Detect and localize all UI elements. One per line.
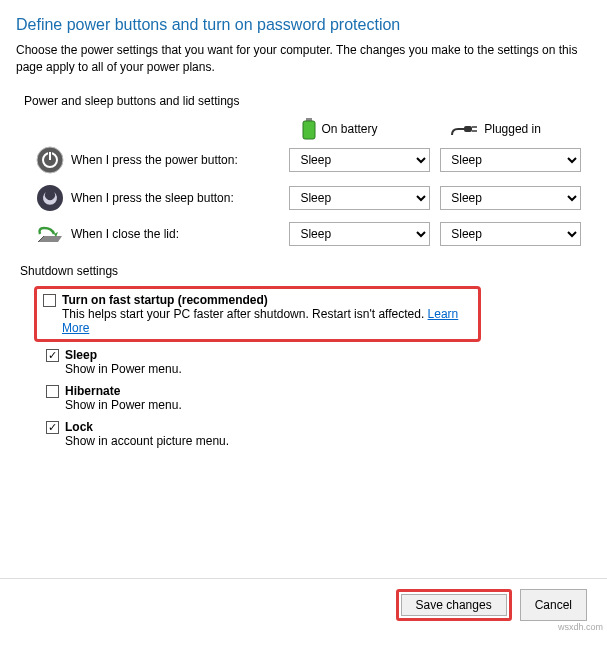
sleep-button-battery-select[interactable]: Sleep [289,186,430,210]
shutdown-settings-label: Shutdown settings [20,264,591,278]
power-button-row: When I press the power button: Sleep Sle… [16,146,591,174]
lock-checkbox[interactable] [46,421,59,434]
svg-point-12 [37,185,63,211]
svg-rect-3 [464,126,472,132]
column-headers: On battery Plugged in [16,118,591,140]
sleep-checkbox[interactable] [46,349,59,362]
sleep-title: Sleep [65,348,97,362]
battery-icon [302,118,316,140]
power-button-battery-select[interactable]: Sleep [289,148,430,172]
lid-row: When I close the lid: Sleep Sleep [16,222,591,246]
footer: Save changes Cancel [0,578,607,637]
lid-plugged-select[interactable]: Sleep [440,222,581,246]
lid-icon [30,222,71,246]
hibernate-checkbox[interactable] [46,385,59,398]
power-button-label: When I press the power button: [71,153,289,167]
lid-label: When I close the lid: [71,227,289,241]
hibernate-title: Hibernate [65,384,120,398]
lock-sub: Show in account picture menu. [65,434,591,448]
section-label: Power and sleep buttons and lid settings [24,94,591,108]
save-button-highlight: Save changes [396,589,512,621]
watermark: wsxdh.com [558,622,603,632]
fast-startup-title: Turn on fast startup (recommended) [62,293,268,307]
page-title: Define power buttons and turn on passwor… [16,16,591,34]
battery-header: On battery [322,122,378,136]
plugged-header: Plugged in [484,122,541,136]
power-button-icon [30,146,71,174]
svg-rect-1 [303,121,315,139]
sleep-button-icon [30,184,71,212]
fast-startup-highlight: Turn on fast startup (recommended) This … [34,286,481,342]
lock-title: Lock [65,420,93,434]
power-button-plugged-select[interactable]: Sleep [440,148,581,172]
fast-startup-checkbox[interactable] [43,294,56,307]
cancel-button[interactable]: Cancel [520,589,587,621]
save-button[interactable]: Save changes [401,594,507,616]
sleep-sub: Show in Power menu. [65,362,591,376]
sleep-button-row: When I press the sleep button: Sleep Sle… [16,184,591,212]
page-description: Choose the power settings that you want … [16,42,591,76]
sleep-button-label: When I press the sleep button: [71,191,289,205]
lid-battery-select[interactable]: Sleep [289,222,430,246]
sleep-button-plugged-select[interactable]: Sleep [440,186,581,210]
hibernate-sub: Show in Power menu. [65,398,591,412]
fast-startup-sub: This helps start your PC faster after sh… [62,307,424,321]
plug-icon [450,121,478,137]
